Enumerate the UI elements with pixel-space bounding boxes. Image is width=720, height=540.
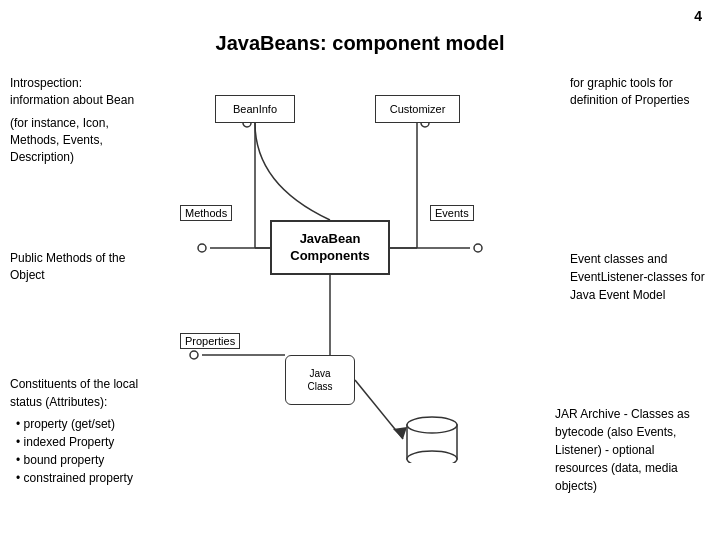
svg-line-13 (355, 380, 403, 439)
svg-point-16 (407, 417, 457, 433)
java-class-label: JavaClass (307, 367, 332, 393)
constituents-list: property (get/set) indexed Property boun… (10, 415, 170, 487)
public-methods-text: Public Methods of the Object (10, 250, 140, 284)
diagram-svg (155, 65, 515, 485)
page-title: JavaBeans: component model (0, 0, 720, 65)
java-class-box: JavaClass (285, 355, 355, 405)
intro-text: Introspection: information about Bean (10, 75, 140, 109)
svg-point-9 (474, 244, 482, 252)
list-item: property (get/set) (16, 415, 170, 433)
jar-archive-text: JAR Archive - Classes as bytecode (also … (555, 405, 710, 495)
customizer-box: Customizer (375, 95, 460, 123)
event-classes-text: Event classes and EventListener-classes … (570, 250, 710, 304)
svg-point-7 (198, 244, 206, 252)
javabean-center-label: JavaBeanComponents (290, 231, 369, 265)
svg-point-12 (190, 351, 198, 359)
list-item: bound property (16, 451, 170, 469)
methods-label: Methods (180, 205, 232, 221)
constituents-section: Constituents of the local status (Attrib… (10, 375, 170, 487)
jar-cylinder (403, 415, 461, 463)
page-number: 4 (694, 8, 702, 24)
list-item: indexed Property (16, 433, 170, 451)
list-item: constrained property (16, 469, 170, 487)
for-instance-text: (for instance, Icon, Methods, Events, De… (10, 115, 140, 165)
javabean-center-box: JavaBeanComponents (270, 220, 390, 275)
beaninfo-box: BeanInfo (215, 95, 295, 123)
properties-label: Properties (180, 333, 240, 349)
content-area: Introspection: information about Bean (f… (0, 65, 720, 525)
graphic-tools-text: for graphic tools for definition of Prop… (570, 75, 710, 109)
svg-point-17 (407, 451, 457, 463)
constituents-title: Constituents of the local status (Attrib… (10, 375, 170, 411)
diagram: BeanInfo Customizer Methods Events Prope… (155, 65, 515, 485)
events-label: Events (430, 205, 474, 221)
